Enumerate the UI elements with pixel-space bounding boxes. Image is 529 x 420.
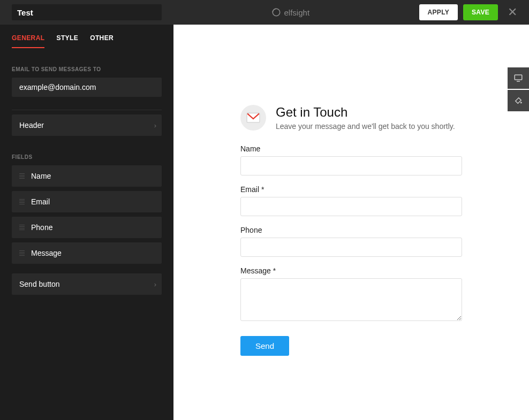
topbar: elfsight APPLY SAVE ✕ (0, 0, 529, 25)
send-button-settings-item[interactable]: Send button › (12, 273, 162, 295)
svg-rect-2 (515, 75, 522, 80)
email-label: Email * (240, 185, 462, 194)
apply-button[interactable]: APPLY (419, 4, 458, 20)
close-icon[interactable]: ✕ (503, 5, 522, 19)
email-section-label: EMAIL TO SEND MESSAGES TO (12, 66, 162, 72)
brand-text: elfsight (284, 8, 310, 17)
field-item-message[interactable]: Message (12, 242, 162, 264)
chevron-right-icon: › (154, 121, 156, 129)
send-button[interactable]: Send (240, 336, 289, 356)
desktop-preview-icon[interactable] (508, 67, 529, 89)
preview-pane: Get in Touch Leave your message and we'l… (173, 25, 529, 420)
chevron-right-icon: › (154, 280, 156, 288)
send-button-settings-label: Send button (19, 280, 60, 288)
name-input[interactable] (240, 156, 462, 175)
message-input[interactable] (240, 278, 462, 321)
divider (12, 110, 162, 110)
fields-section-label: FIELDS (12, 154, 162, 160)
form-title: Get in Touch (276, 105, 455, 120)
form-header: Get in Touch Leave your message and we'l… (240, 105, 462, 131)
svg-point-4 (520, 102, 522, 103)
paint-bucket-icon[interactable] (508, 90, 529, 111)
topbar-actions: APPLY SAVE ✕ (419, 4, 522, 20)
phone-input[interactable] (240, 238, 462, 257)
field-item-phone[interactable]: Phone (12, 217, 162, 238)
widget-title-input[interactable] (12, 4, 162, 20)
save-button[interactable]: SAVE (463, 4, 498, 20)
field-item-label: Email (31, 197, 50, 206)
tab-style[interactable]: STYLE (56, 34, 78, 48)
name-label: Name (240, 144, 462, 153)
header-settings-label: Header (19, 121, 44, 129)
field-item-label: Phone (31, 223, 52, 232)
form-subtitle: Leave your message and we'll get back to… (276, 122, 455, 131)
header-settings-item[interactable]: Header › (12, 114, 162, 136)
field-item-email[interactable]: Email (12, 191, 162, 212)
message-label: Message * (240, 266, 462, 275)
email-input[interactable] (240, 197, 462, 216)
email-recipient-input[interactable] (12, 78, 162, 97)
settings-sidebar: GENERAL STYLE OTHER EMAIL TO SEND MESSAG… (0, 25, 173, 420)
right-rail (508, 67, 529, 111)
drag-handle-icon[interactable] (19, 199, 25, 204)
settings-tabs: GENERAL STYLE OTHER (12, 34, 162, 48)
field-item-label: Name (31, 172, 51, 180)
tab-other[interactable]: OTHER (90, 34, 114, 48)
phone-label: Phone (240, 226, 462, 234)
drag-handle-icon[interactable] (19, 173, 25, 179)
drag-handle-icon[interactable] (19, 250, 25, 256)
contact-form: Get in Touch Leave your message and we'l… (240, 105, 462, 420)
tab-general[interactable]: GENERAL (12, 34, 44, 48)
drag-handle-icon[interactable] (19, 225, 25, 230)
field-item-label: Message (31, 249, 62, 257)
field-item-name[interactable]: Name (12, 165, 162, 187)
mail-icon (240, 105, 266, 131)
brand-logo: elfsight (168, 7, 413, 17)
